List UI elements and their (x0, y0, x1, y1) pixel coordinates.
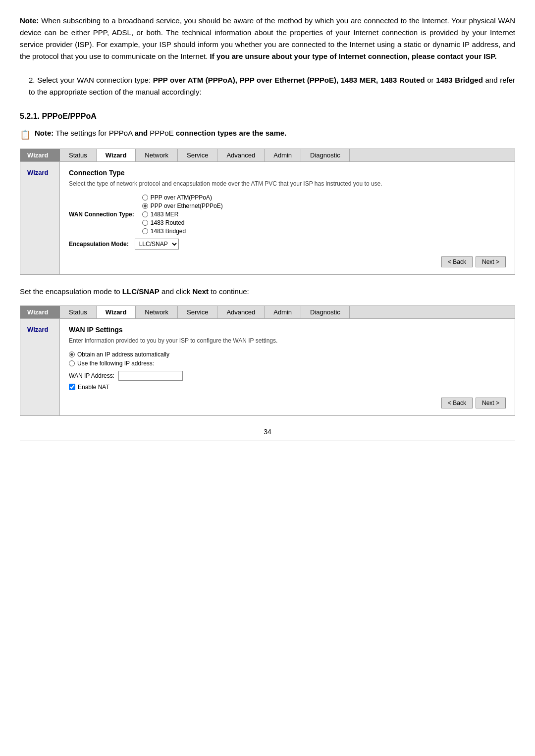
step2-text-or: or (425, 76, 436, 84)
intro-note-bold-prefix: Note: (20, 16, 39, 25)
panel1-radio-1483routed-label: 1483 Routed (151, 219, 185, 226)
panel2-wizard-label: Wizard (20, 306, 60, 318)
panel2-enable-nat-checkbox[interactable] (69, 384, 75, 390)
set-encap-bold2: Next (193, 287, 209, 296)
set-encap-bold1: LLC/SNAP (122, 287, 160, 296)
panel2-enable-nat-label: Enable NAT (78, 384, 109, 391)
panel2-obtain-auto-radio (69, 352, 75, 357)
panel2-tab-wizard[interactable]: Wizard (97, 306, 136, 318)
panel1-tab-wizard[interactable]: Wizard (97, 149, 136, 161)
panel1-back-button[interactable]: < Back (441, 256, 473, 267)
panel2-navbar: Wizard Status Wizard Network Service Adv… (20, 306, 515, 319)
panel2-body: Wizard WAN IP Settings Enter information… (20, 319, 515, 415)
step2-block: 2. Select your WAN connection type: PPP … (29, 74, 515, 98)
intro-note: Note: When subscribing to a broadband se… (20, 15, 515, 62)
panel2-tab-advanced[interactable]: Advanced (217, 306, 265, 318)
panel1-radio-pppoe[interactable]: PPP over Ethernet(PPPoE) (142, 202, 223, 209)
panel1-radio-1483bridged-label: 1483 Bridged (151, 228, 186, 235)
panel2-enable-nat-row[interactable]: Enable NAT (69, 384, 506, 391)
panel2-buttons: < Back Next > (69, 398, 506, 408)
panel1-radio-1483mer-label: 1483 MER (151, 211, 179, 218)
panel2-use-following-radio (69, 360, 75, 366)
panel2-back-button[interactable]: < Back (441, 398, 473, 408)
panel1-radio-1483routed-circle (142, 220, 148, 226)
panel1: Wizard Status Wizard Network Service Adv… (20, 149, 515, 275)
panel1-wan-type-row: WAN Connection Type: PPP over ATM(PPPoA)… (69, 194, 506, 235)
panel2-tab-admin[interactable]: Admin (265, 306, 301, 318)
panel1-buttons: < Back Next > (69, 256, 506, 267)
note-inline: 📋 Note: The settings for PPPoA and PPPoE… (20, 128, 515, 142)
panel1-radio-group: PPP over ATM(PPPoA) PPP over Ethernet(PP… (142, 194, 223, 235)
panel1-encap-row: Encapsulation Mode: LLC/SNAP VC/MUX (69, 239, 506, 250)
panel1-content-desc: Select the type of network protocol and … (69, 180, 506, 188)
panel2-tab-status[interactable]: Status (60, 306, 97, 318)
panel1-navbar: Wizard Status Wizard Network Service Adv… (20, 149, 515, 162)
panel1-tab-diagnostic[interactable]: Diagnostic (301, 149, 350, 161)
panel2-content-desc: Enter information provided to you by you… (69, 337, 506, 345)
panel1-tab-admin[interactable]: Admin (265, 149, 301, 161)
panel2-tab-diagnostic[interactable]: Diagnostic (301, 306, 350, 318)
panel1-radio-pppoa-label: PPP over ATM(PPPoA) (151, 194, 212, 201)
step2-options-bold: PPP over ATM (PPPoA), PPP over Ethernet … (153, 76, 425, 84)
panel1-encap-select[interactable]: LLC/SNAP VC/MUX (135, 239, 179, 250)
panel1-encap-label: Encapsulation Mode: (69, 241, 129, 248)
panel1-radio-pppoa[interactable]: PPP over ATM(PPPoA) (142, 194, 223, 201)
panel2-wan-ip-label: WAN IP Address: (69, 372, 114, 379)
panel1-radio-1483mer[interactable]: 1483 MER (142, 211, 223, 218)
panel2-tab-network[interactable]: Network (136, 306, 178, 318)
panel1-next-button[interactable]: Next > (476, 256, 506, 267)
note-inline-text: Note: The settings for PPPoA and PPPoE c… (35, 128, 286, 139)
step2-number: 2. (29, 76, 35, 84)
step2-option-last: 1483 Bridged (436, 76, 483, 84)
panel2-use-following-row[interactable]: Use the following IP address: (69, 360, 506, 367)
set-encap-text: Set the encapsulation mode to LLC/SNAP a… (20, 286, 515, 298)
panel1-content: Connection Type Select the type of netwo… (60, 162, 515, 274)
panel1-radio-pppoe-label: PPP over Ethernet(PPPoE) (151, 202, 223, 209)
panel1-tabs: Status Wizard Network Service Advanced A… (60, 149, 350, 161)
panel1-wizard-label: Wizard (20, 149, 60, 161)
panel1-radio-1483routed[interactable]: 1483 Routed (142, 219, 223, 226)
panel2-use-following-label: Use the following IP address: (77, 360, 154, 367)
panel2-wan-ip-row: WAN IP Address: (69, 371, 506, 381)
panel1-tab-status[interactable]: Status (60, 149, 97, 161)
panel2-content-title: WAN IP Settings (69, 326, 506, 334)
note-inline-bold-suffix: connection types are the same. (176, 129, 286, 137)
panel1-radio-1483bridged-circle (142, 228, 148, 234)
intro-note-bold-suffix: If you are unsure about your type of Int… (210, 52, 497, 60)
panel1-radio-1483mer-circle (142, 211, 148, 217)
panel2: Wizard Status Wizard Network Service Adv… (20, 305, 515, 416)
panel1-tab-service[interactable]: Service (178, 149, 217, 161)
panel2-next-button[interactable]: Next > (476, 398, 506, 408)
panel2-tab-service[interactable]: Service (178, 306, 217, 318)
note-inline-bold-and: and (134, 129, 148, 137)
note-inline-bold-prefix: Note: (35, 129, 54, 137)
panel1-tab-advanced[interactable]: Advanced (217, 149, 265, 161)
set-encap-suffix: to continue: (209, 287, 249, 296)
panel1-radio-1483bridged[interactable]: 1483 Bridged (142, 228, 223, 235)
panel2-sidebar-wizard[interactable]: Wizard (20, 323, 59, 336)
note-inline-text2: PPPoE (148, 129, 176, 137)
panel1-content-title: Connection Type (69, 169, 506, 177)
step2-text-before: Select your WAN connection type: (35, 76, 153, 84)
note-icon: 📋 (20, 128, 31, 142)
panel1-radio-pppoe-circle (142, 203, 148, 209)
panel2-wan-ip-input[interactable] (118, 371, 183, 381)
set-encap-prefix: Set the encapsulation mode to (20, 287, 122, 296)
set-encap-middle: and click (160, 287, 193, 296)
panel1-wan-type-label: WAN Connection Type: (69, 211, 134, 218)
panel1-radio-pppoa-circle (142, 195, 148, 201)
panel1-sidebar: Wizard (20, 162, 60, 274)
page-number: 34 (20, 428, 515, 436)
panel2-sidebar: Wizard (20, 319, 60, 415)
panel2-tabs: Status Wizard Network Service Advanced A… (60, 306, 350, 318)
panel2-content: WAN IP Settings Enter information provid… (60, 319, 515, 415)
section-heading: 5.2.1. PPPoE/PPPoA (20, 112, 515, 121)
panel2-obtain-auto-label: Obtain an IP address automatically (77, 351, 169, 358)
page-divider (20, 441, 515, 441)
panel1-sidebar-wizard[interactable]: Wizard (20, 166, 59, 179)
panel1-tab-network[interactable]: Network (136, 149, 178, 161)
note-inline-text1: The settings for PPPoA (54, 129, 134, 137)
panel1-body: Wizard Connection Type Select the type o… (20, 162, 515, 274)
panel2-obtain-auto-row[interactable]: Obtain an IP address automatically (69, 351, 506, 358)
